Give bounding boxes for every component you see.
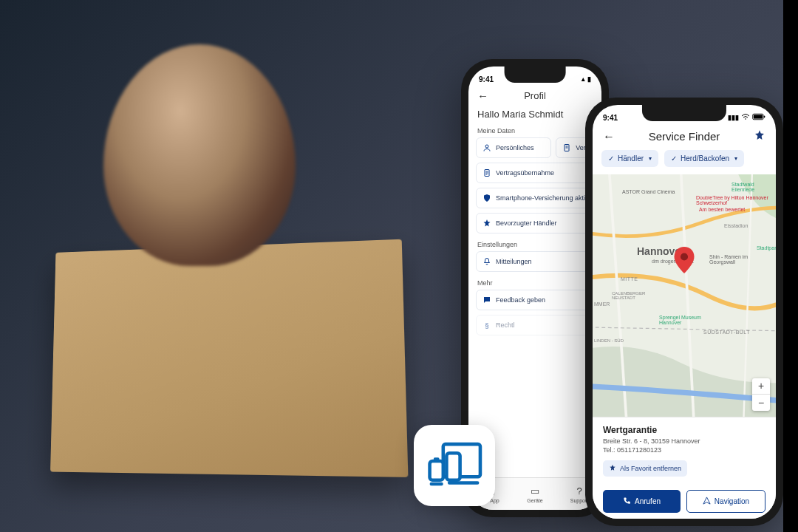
filter-chips: ✓ Händler ▾ ✓ Herd/Backofen ▾	[593, 150, 776, 174]
back-icon[interactable]: ←	[603, 130, 615, 143]
item-label: Mitteilungen	[496, 258, 532, 265]
item-uebernahme[interactable]: Vertragsübernahme	[476, 163, 594, 183]
remove-favorite-button[interactable]: Als Favorit entfernen	[603, 460, 687, 477]
result-phone: Tel.: 051171280123	[603, 446, 765, 454]
chevron-down-icon: ▾	[734, 155, 737, 162]
black-strip	[783, 0, 798, 532]
map-area-label: CALENBERGER NEUSTADT	[612, 291, 656, 300]
map-area-label: MMER	[594, 301, 610, 307]
phone-notch	[642, 105, 726, 121]
svg-rect-5	[430, 482, 443, 486]
star-icon	[482, 219, 491, 228]
zoom-in-button[interactable]: +	[752, 378, 770, 395]
map[interactable]: Hannover ASTOR Grand Cinema DoubleTree b…	[593, 174, 776, 417]
map-poi-label: Stadtwald Eilenriede	[732, 182, 771, 192]
svg-rect-4	[434, 457, 440, 461]
map-pin-icon[interactable]	[674, 247, 695, 276]
item-feedback[interactable]: Feedback geben	[476, 290, 594, 310]
map-area-label: LINDEN - SÜD	[594, 338, 624, 343]
header-title: Profil	[524, 90, 546, 101]
button-label: Anrufen	[635, 497, 661, 505]
map-poi-label: DoubleTree by Hilton Hannover Schweizerh…	[696, 195, 770, 205]
signal-icon: ▮▮▮	[728, 114, 739, 121]
document-icon	[562, 143, 571, 152]
devices-icon	[426, 442, 482, 489]
chip-label: Händler	[618, 154, 644, 163]
item-label: Vertragsübernahme	[496, 169, 554, 177]
section-meine-daten: Meine Daten	[468, 124, 601, 137]
map-area-label: MITTE	[621, 276, 638, 282]
document-icon	[482, 168, 491, 177]
greeting-text: Hallo Maria Schmidt	[468, 107, 601, 124]
svg-rect-3	[430, 461, 443, 480]
result-name: Wertgarantie	[603, 425, 765, 435]
header-title: Service Finder	[649, 130, 720, 143]
check-icon: ✓	[608, 154, 614, 163]
svg-rect-16	[754, 115, 763, 118]
svg-point-19	[681, 253, 688, 260]
help-icon: ?	[576, 485, 582, 497]
signal-icon: ▴	[582, 75, 585, 83]
phone-notch	[505, 66, 566, 83]
item-smartphone-insurance[interactable]: Smartphone-Versicherung akti	[476, 188, 594, 208]
svg-rect-2	[446, 453, 460, 480]
servicefinder-header: ← Service Finder	[593, 124, 776, 150]
status-time: 9:41	[603, 114, 618, 122]
map-zoom-controls: + −	[752, 378, 770, 411]
item-preferred-dealer[interactable]: Bevorzugter Händler	[476, 213, 594, 233]
item-personal[interactable]: Persönliches	[476, 137, 551, 158]
item-label: Smartphone-Versicherung akti	[496, 194, 585, 202]
item-label: Feedback geben	[496, 296, 545, 304]
item-label: Bevorzugter Händler	[496, 219, 557, 227]
result-address: Breite Str. 6 - 8, 30159 Hannover	[603, 437, 765, 446]
status-icons: ▴ ▮	[582, 75, 591, 83]
app-icon-badge	[414, 425, 495, 506]
devices-icon: ▭	[531, 485, 539, 497]
item-notifications[interactable]: Mitteilungen	[476, 251, 594, 272]
check-icon: ✓	[671, 154, 677, 163]
paragraph-icon: §	[482, 321, 491, 330]
navigation-icon	[703, 497, 711, 506]
item-label: Rechtl	[496, 321, 515, 329]
chip-label: Herd/Backofen	[681, 154, 729, 163]
result-card: Wertgarantie Breite Str. 6 - 8, 30159 Ha…	[593, 417, 776, 519]
chip-haendler[interactable]: ✓ Händler ▾	[601, 150, 658, 167]
zoom-out-button[interactable]: −	[752, 395, 770, 411]
button-label: Als Favorit entfernen	[620, 465, 681, 472]
shield-icon	[482, 194, 491, 202]
profile-header: ← Profil	[468, 86, 601, 107]
chevron-down-icon: ▾	[649, 155, 652, 162]
back-icon[interactable]: ←	[477, 89, 488, 102]
status-icons: ▮▮▮	[728, 113, 765, 122]
svg-rect-17	[764, 116, 765, 118]
tab-geraete[interactable]: ▭ Geräte	[513, 478, 557, 510]
phone-mockup-servicefinder: 9:41 ▮▮▮ ← Service Finder ✓ Händler	[585, 98, 783, 526]
map-area-label: SÜDSTADT-BULT	[703, 330, 750, 335]
star-icon	[609, 464, 616, 473]
tab-label: Geräte	[527, 498, 542, 503]
section-einstellungen: Einstellungen	[468, 238, 601, 251]
map-poi-label: Shin - Ramen im Georgswall	[709, 254, 768, 265]
map-poi-label: Am besten bewertet	[699, 207, 745, 212]
map-poi-label: Stadtpark	[757, 245, 776, 250]
item-label: Persönliches	[496, 144, 534, 151]
svg-point-14	[745, 118, 746, 120]
phone-icon	[623, 497, 631, 506]
status-time: 9:41	[479, 75, 494, 83]
section-mehr: Mehr	[468, 276, 601, 290]
battery-icon: ▮	[587, 75, 591, 83]
chip-herd[interactable]: ✓ Herd/Backofen ▾	[664, 150, 744, 167]
svg-point-6	[485, 145, 488, 148]
favorite-star-icon[interactable]	[754, 129, 765, 143]
battery-icon	[752, 113, 765, 122]
wifi-icon	[741, 113, 750, 122]
map-area-label: Eisstadion	[724, 223, 748, 228]
call-button[interactable]: Anrufen	[603, 490, 681, 513]
navigation-button[interactable]: Navigation	[686, 490, 765, 513]
map-poi-label: ASTOR Grand Cinema	[622, 189, 675, 194]
map-poi-label: Sprengel Museum Hannover	[659, 315, 711, 325]
button-label: Navigation	[715, 497, 749, 505]
bell-icon	[482, 257, 491, 266]
item-legal[interactable]: § Rechtl	[476, 315, 594, 335]
person-icon	[482, 143, 491, 152]
